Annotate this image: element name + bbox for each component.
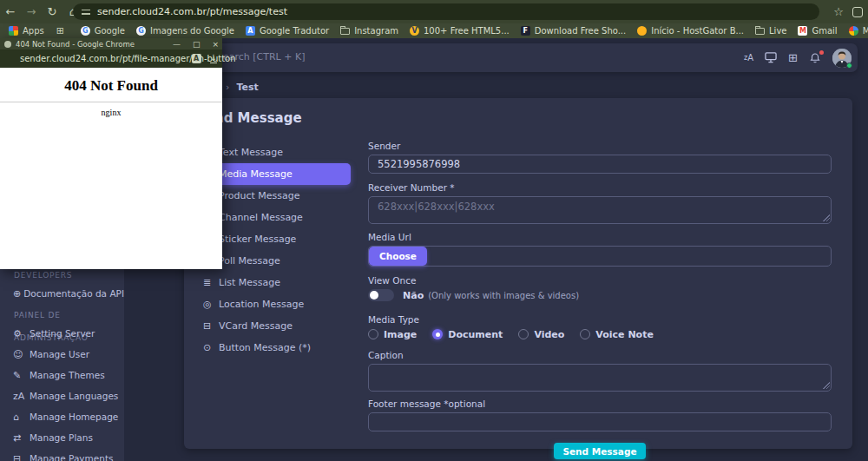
media-url-input[interactable]: Choose <box>368 246 832 267</box>
tab-label: Button Message (*) <box>219 342 311 353</box>
sidebar-item-label: Manage Languages <box>30 391 118 401</box>
sidebar-item[interactable]: ☺ Manage User <box>0 344 124 365</box>
message-tab[interactable]: ⊟ VCard Message <box>198 315 351 337</box>
media-type-radio[interactable]: Voice Note <box>580 329 654 340</box>
sender-input[interactable] <box>368 155 832 174</box>
caption-textarea[interactable] <box>368 364 832 392</box>
sidebar-item-icon: ⊕ <box>13 288 23 300</box>
address-url[interactable]: sender.cloud24.com.br/pt/message/test <box>97 6 287 17</box>
resize-grip-icon[interactable] <box>823 382 830 389</box>
bookmark-favicon <box>637 26 647 36</box>
popup-window-title: 404 Not Found - Google Chrome <box>16 40 135 49</box>
bookmark-item[interactable]: Apps <box>9 26 44 36</box>
bookmark-item[interactable]: Início - HostGator B... <box>637 26 744 36</box>
bookmark-item[interactable]: Maps <box>849 26 868 36</box>
popup-titlebar[interactable]: 404 Not Found - Google Chrome — □ × <box>0 38 222 49</box>
radio-label: Voice Note <box>595 329 654 340</box>
view-once-value: Não <box>403 290 424 301</box>
shortcuts-grid-icon[interactable]: ⊞ <box>788 51 798 64</box>
bookmark-item[interactable]: ⊞ <box>56 26 69 36</box>
server-name: nginx <box>0 108 222 117</box>
bookmark-favicon <box>849 26 858 36</box>
bookmark-item[interactable]: F Download Free Sho... <box>521 26 626 36</box>
choose-file-button[interactable]: Choose <box>369 247 427 266</box>
bookmark-favicon: F <box>521 26 530 36</box>
display-mode-icon[interactable] <box>765 52 777 63</box>
media-type-label: Media Type <box>368 313 832 326</box>
popup-minimize-button[interactable]: — <box>173 40 181 49</box>
bookmark-label: Instagram <box>354 26 398 36</box>
app-navbar: Search [CTRL + K] zA ⊞ <box>135 43 858 72</box>
bookmark-label: Live <box>769 26 786 36</box>
toggle-knob <box>370 291 378 300</box>
bookmark-item[interactable]: G Imagens do Google <box>136 26 234 36</box>
back-icon[interactable]: ← <box>0 5 21 18</box>
sidebar-item[interactable]: ⇄ Manage Plans <box>0 427 124 448</box>
address-bar[interactable]: sender.cloud24.com.br/pt/message/test <box>73 3 819 20</box>
caption-label: Caption <box>368 349 832 361</box>
bookmark-item[interactable]: A Google Tradutor <box>246 26 329 36</box>
divider <box>0 102 222 102</box>
sidebar-item[interactable]: ⊕ Documentação da API <box>0 283 124 304</box>
popup-window-404: 404 Not Found - Google Chrome — □ × send… <box>0 38 222 269</box>
sidebar-item[interactable]: zA Manage Languages <box>0 385 124 406</box>
tab-icon: ≣ <box>203 277 219 288</box>
bookmark-favicon <box>9 26 18 36</box>
sidebar-item-label: Manage User <box>30 349 89 359</box>
sidebar-item-label: Setting Server <box>30 328 95 339</box>
resize-grip-icon[interactable] <box>823 214 830 221</box>
radio-dot[interactable] <box>518 329 529 339</box>
sidebar-item[interactable]: ✎ Manage Themes <box>0 365 124 385</box>
view-once-note: (Only works with images & videos) <box>428 291 579 300</box>
sidebar-section-admin: PAINEL DE ADMINISTRAÇÃO <box>0 304 124 323</box>
main-area: Search [CTRL + K] zA ⊞ ›Test <box>124 38 868 461</box>
receiver-textarea[interactable] <box>368 196 832 224</box>
popup-address-bar[interactable]: sender.cloud24.com.br/pt/file-manager/fm… <box>0 49 222 68</box>
user-avatar[interactable] <box>832 49 852 68</box>
media-type-radio[interactable]: Video <box>518 329 564 340</box>
bookmark-favicon: A <box>246 26 255 36</box>
bookmark-item[interactable]: V 100+ Free HTML5... <box>410 26 510 36</box>
notifications-bell-icon[interactable] <box>809 52 821 64</box>
send-message-button[interactable]: Send Message <box>554 443 645 459</box>
media-type-radio[interactable]: Image <box>368 329 417 340</box>
sidebar-item-label: Documentação da API <box>23 288 124 299</box>
popup-close-button[interactable]: × <box>212 40 219 49</box>
bookmark-favicon <box>340 28 350 35</box>
sidebar-item[interactable]: ⌂ Manage Homepage <box>0 406 124 427</box>
extensions-icon[interactable] <box>852 7 863 17</box>
site-settings-icon[interactable] <box>82 9 90 16</box>
popup-page-content: 404 Not Found nginx <box>0 68 222 269</box>
radio-dot[interactable] <box>580 329 590 339</box>
media-message-form: Sender Receiver Number * Media Url Choos… <box>368 140 832 459</box>
bookmark-item[interactable]: Instagram <box>340 26 398 36</box>
bookmarks-bar: Apps ⊞ G Google G Imagens do Google A Go… <box>0 23 868 38</box>
tab-label: Text Message <box>219 147 283 158</box>
footer-message-input[interactable] <box>368 412 832 431</box>
breadcrumb-chevron-icon: › <box>226 82 229 93</box>
bookmark-item[interactable]: M Gmail <box>798 26 837 36</box>
bookmark-label: Download Free Sho... <box>535 26 626 36</box>
download-icon[interactable]: ↓ <box>210 54 217 63</box>
sidebar-item[interactable]: ⊟ Manage Payments <box>0 448 124 461</box>
message-tab[interactable]: ≣ List Message <box>198 272 351 293</box>
message-tab[interactable]: ◎ Location Message <box>198 293 351 315</box>
breadcrumb-current[interactable]: Test <box>236 82 258 93</box>
bookmark-label: Início - HostGator B... <box>651 26 744 36</box>
media-type-radio[interactable]: Document <box>432 329 503 340</box>
forward-icon[interactable]: → <box>21 5 42 18</box>
popup-maximize-button[interactable]: □ <box>193 40 201 49</box>
tab-label: Location Message <box>219 299 304 310</box>
view-once-toggle[interactable] <box>368 289 394 301</box>
bookmark-item[interactable]: G Google <box>81 26 125 36</box>
translate-icon[interactable]: A <box>192 54 201 63</box>
bookmark-star-icon[interactable]: ☆ <box>833 5 844 18</box>
radio-dot[interactable] <box>432 329 443 339</box>
language-icon[interactable]: zA <box>744 53 753 63</box>
bookmark-label: Maps <box>863 26 868 36</box>
message-tab[interactable]: ⊙ Button Message (*) <box>198 337 351 359</box>
reload-icon[interactable]: ↻ <box>42 5 62 18</box>
radio-dot[interactable] <box>368 329 378 339</box>
bookmark-item[interactable]: Live <box>755 26 786 36</box>
online-status-dot <box>846 63 852 69</box>
